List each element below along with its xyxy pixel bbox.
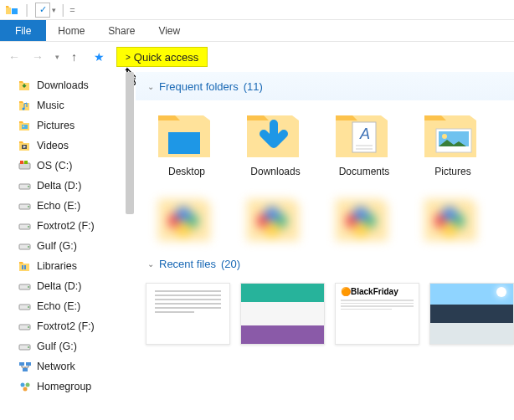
content-pane: ⌄ Frequent folders (11) DesktopDownloads… [126,72,514,420]
breadcrumb-label: Quick access [134,51,198,64]
drive-icon [18,239,32,253]
sidebar-item-label: Pictures [37,120,75,131]
qat-dropdown[interactable]: ▾ [52,6,56,14]
folder-label: Downloads [231,166,320,177]
sidebar-item[interactable]: OS (C:) [0,156,126,176]
forward-button[interactable]: → [32,50,44,64]
recent-thumb-label: BlackFriday [351,287,398,296]
chevron-down-icon: ⌄ [147,259,154,269]
svg-point-12 [28,226,29,228]
sidebar-item[interactable]: Downloads [0,75,126,95]
svg-point-51 [441,221,458,238]
folder-item[interactable]: Pictures [409,100,497,177]
sidebar-item[interactable]: Echo (E:) [0,196,126,216]
folder-item-blurred[interactable] [231,184,320,249]
folder-icon [331,187,398,244]
folder-item[interactable]: Desktop [142,100,231,177]
svg-point-29 [26,383,30,387]
recent-file-thumb[interactable] [240,283,325,345]
qat-divider-2: | [61,3,64,18]
group-label: Recent files [159,258,216,270]
sidebar-item[interactable]: Foxtrot2 (F:) [0,316,126,336]
svg-rect-31 [168,132,200,154]
recent-file-thumb[interactable] [146,283,230,345]
sidebar-item[interactable]: Pictures [0,115,126,136]
svg-point-48 [353,207,368,222]
sidebar-item[interactable]: Network [0,356,126,376]
svg-rect-5 [20,161,23,164]
nav-bar: ← → ▾ ↑ ★ > Quick access [0,42,514,72]
svg-point-14 [28,246,29,248]
svg-point-28 [21,383,25,387]
svg-rect-16 [24,265,26,269]
folder-item-blurred[interactable] [142,184,231,249]
svg-rect-26 [26,362,31,366]
svg-point-43 [264,221,280,238]
drive-icon [18,179,32,192]
sidebar-item[interactable]: Echo (E:) [0,296,126,316]
star-icon: ★ [94,50,105,64]
scrollbar[interactable] [126,72,134,214]
sidebar-item[interactable]: Videos [0,136,126,156]
svg-point-52 [442,207,457,222]
folder-item-blurred[interactable] [409,184,497,249]
group-recent-files[interactable]: ⌄ Recent files (20) [136,249,514,278]
svg-point-18 [28,286,29,288]
svg-point-2 [23,125,24,127]
folder-icon [242,187,309,244]
folder-label: Desktop [142,166,231,177]
sidebar-item[interactable]: Gulf (G:) [0,336,126,356]
folder-item[interactable]: ADocuments [320,100,409,177]
folder-item-blurred[interactable] [320,184,409,249]
sidebar-item-label: OS (C:) [37,160,72,172]
folder-item[interactable]: Downloads [231,100,320,177]
folder-icon [153,187,220,244]
svg-rect-4 [19,163,30,169]
svg-point-47 [352,221,369,238]
up-button[interactable]: ↑ [71,50,77,64]
svg-rect-25 [19,362,24,366]
svg-rect-27 [23,368,28,371]
recent-file-thumb[interactable] [429,283,514,345]
drive-icon [18,279,32,293]
sidebar-item-label: Homegroup [37,381,91,392]
qat-equals: = [69,5,75,15]
folder-label: Pictures [409,166,497,177]
svg-point-30 [23,387,28,392]
pictures-icon [18,119,32,132]
sidebar-item-label: Echo (E:) [37,300,80,312]
sidebar-item-label: Videos [37,140,69,151]
tab-view[interactable]: View [146,20,192,41]
tab-home[interactable]: Home [46,20,96,41]
sidebar-item[interactable]: Delta (D:) [0,176,126,196]
svg-point-10 [28,206,29,207]
svg-text:A: A [359,125,370,142]
group-frequent-folders[interactable]: ⌄ Frequent folders (11) [136,72,514,100]
qat-divider: | [25,3,28,18]
sidebar-item[interactable]: Music [0,95,126,115]
sidebar-item[interactable]: Homegroup [0,376,126,397]
folder-icon [419,104,486,161]
history-dropdown[interactable]: ▾ [55,53,59,61]
sidebar-item[interactable]: Gulf (G:) [0,236,126,256]
breadcrumb-quick-access[interactable]: > Quick access [116,47,208,67]
group-count: (20) [221,258,240,270]
svg-rect-1 [22,125,28,129]
qat-properties-button[interactable]: ✓ [35,3,50,18]
svg-point-44 [265,207,280,222]
back-button[interactable]: ← [8,50,20,64]
network-icon [18,360,32,373]
recent-file-thumb[interactable]: 🟠BlackFriday [335,283,419,345]
svg-rect-15 [22,265,23,269]
libraries-icon [18,259,32,273]
sidebar-item-label: Downloads [37,79,89,91]
sidebar-item[interactable]: Foxtrot2 (F:) [0,216,126,236]
folder-icon [153,104,220,161]
file-tab[interactable]: File [0,20,46,41]
tab-share[interactable]: Share [96,20,146,41]
sidebar-item-label: Gulf (G:) [37,240,77,252]
os-icon [18,159,32,172]
sidebar-item[interactable]: Libraries [0,256,126,276]
sidebar-item[interactable]: Delta (D:) [0,276,126,296]
svg-point-24 [28,346,29,348]
